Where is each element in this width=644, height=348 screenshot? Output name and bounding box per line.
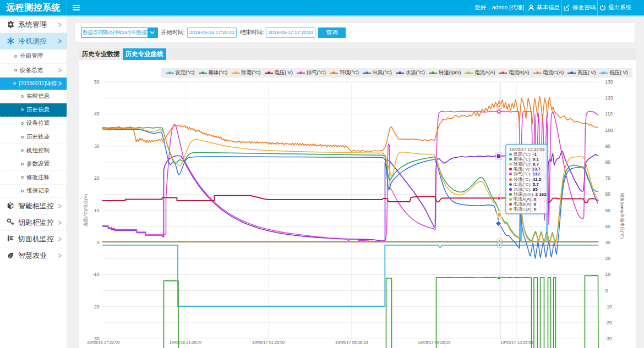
- svg-text:温度(°C)/电压(V): 温度(°C)/电压(V): [83, 194, 88, 227]
- svg-text:-20: -20: [605, 320, 612, 325]
- svg-text:50: 50: [94, 79, 100, 85]
- svg-text:40: 40: [94, 111, 100, 117]
- svg-text:70: 70: [605, 175, 610, 181]
- svg-text:80: 80: [605, 159, 610, 165]
- svg-text:30: 30: [605, 240, 610, 245]
- svg-text:19/05/17 05:26:33: 19/05/17 05:26:33: [335, 339, 368, 344]
- svg-text:130: 130: [605, 79, 613, 85]
- svg-text:50: 50: [605, 207, 610, 213]
- svg-text:120: 120: [605, 95, 613, 101]
- svg-text:19/05/17 13:25:53: 19/05/17 13:25:53: [500, 339, 533, 344]
- svg-text:-10: -10: [605, 303, 612, 309]
- svg-text:60: 60: [605, 191, 610, 197]
- svg-text:20: 20: [94, 175, 100, 181]
- svg-text:0: 0: [96, 240, 99, 245]
- svg-text:-30: -30: [605, 336, 612, 341]
- svg-text:19/05/16 21:26:07: 19/05/16 21:26:07: [169, 339, 202, 344]
- svg-text:-10: -10: [92, 272, 100, 277]
- svg-text:-20: -20: [92, 303, 100, 309]
- svg-text:19/05/17 01:25:50: 19/05/17 01:25:50: [252, 339, 285, 344]
- svg-text:40: 40: [605, 223, 610, 229]
- svg-text:转速(rpm)/水温水压(°C): 转速(rpm)/水温水压(°C): [619, 192, 624, 239]
- svg-text:100: 100: [605, 127, 613, 132]
- svg-text:19/05/17 09:26:15: 19/05/17 09:26:15: [417, 339, 450, 344]
- svg-text:20: 20: [605, 256, 610, 261]
- svg-text:19/05/16 17:22:06: 19/05/16 17:22:06: [86, 339, 119, 344]
- svg-text:110: 110: [605, 111, 613, 117]
- svg-text:0: 0: [605, 288, 608, 293]
- svg-text:10: 10: [605, 272, 610, 277]
- svg-text:10: 10: [94, 207, 100, 213]
- svg-text:30: 30: [94, 143, 100, 148]
- svg-text:90: 90: [605, 143, 610, 148]
